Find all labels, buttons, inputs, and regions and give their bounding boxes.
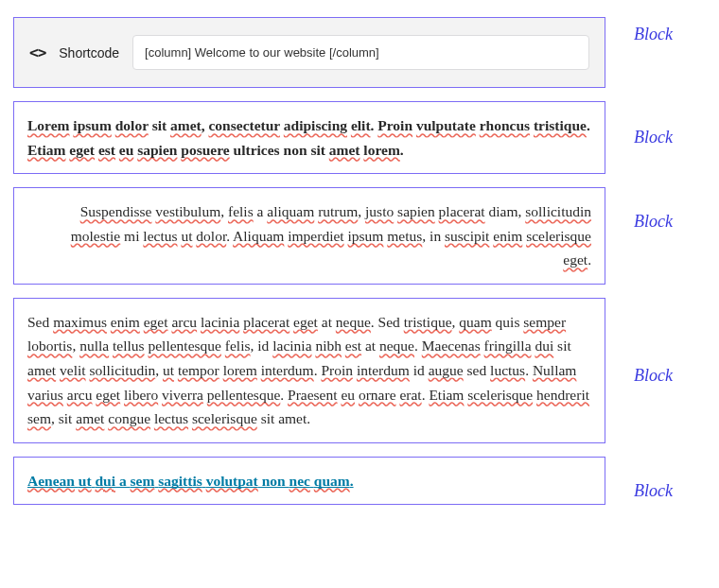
heading-block-link[interactable]: Aenean ut dui a sem sagittis volutpat no… xyxy=(13,457,605,506)
block-label: Block xyxy=(634,298,706,386)
shortcode-input[interactable] xyxy=(132,35,589,70)
block-label: Block xyxy=(634,457,706,501)
block-label: Block xyxy=(634,17,706,44)
shortcode-title: Shortcode xyxy=(59,45,119,61)
paragraph-block-bold[interactable]: Lorem ipsum dolor sit amet, consectetur … xyxy=(13,101,605,174)
block-label: Block xyxy=(634,187,706,232)
shortcode-icon: <> xyxy=(29,43,45,61)
heading-link[interactable]: Aenean ut dui a sem sagittis volutpat no… xyxy=(27,473,354,489)
block-label: Block xyxy=(634,101,706,147)
paragraph-block-right[interactable]: Suspendisse vestibulum, felis a aliquam … xyxy=(13,187,605,285)
paragraph-block[interactable]: Sed maximus enim eget arcu lacinia place… xyxy=(13,298,605,443)
shortcode-block: <> Shortcode xyxy=(13,17,605,88)
